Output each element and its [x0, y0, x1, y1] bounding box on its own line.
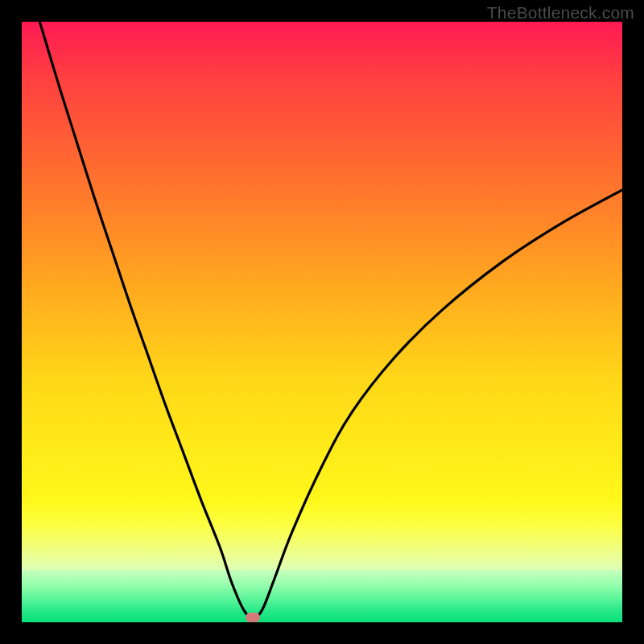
watermark-label: TheBottleneck.com — [487, 3, 634, 23]
bottleneck-curve — [22, 22, 622, 622]
optimum-marker — [246, 613, 260, 622]
plot-area — [22, 22, 622, 622]
chart-frame: TheBottleneck.com — [0, 0, 644, 644]
